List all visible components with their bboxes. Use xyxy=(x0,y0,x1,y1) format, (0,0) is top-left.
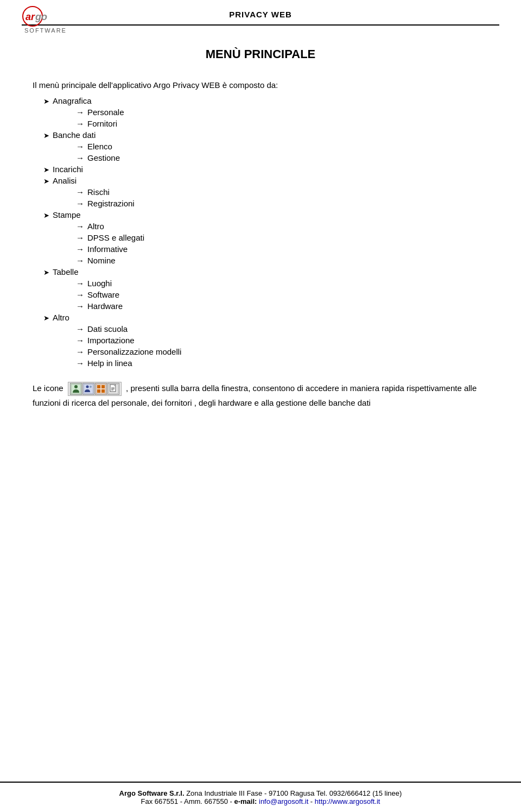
menu-label: Help in linea xyxy=(87,358,132,368)
footer-fax: Fax 667551 - Amm. 667550 - xyxy=(141,797,234,805)
menu-label: Software xyxy=(87,290,119,299)
footer-site-sep: - xyxy=(308,797,315,805)
list-item: → Luoghi xyxy=(33,279,488,288)
menu-label: DPSS e allegati xyxy=(87,233,144,242)
list-item: → Help in linea xyxy=(33,358,488,368)
list-item: ➤ Tabelle → Luoghi → Software xyxy=(33,267,488,311)
main-content: MENÙ PRINCIPALE Il menù principale dell'… xyxy=(0,26,521,421)
arrow-icon: → xyxy=(76,358,84,368)
intro-text: Il menù principale dell'applicativo Argo… xyxy=(33,80,488,90)
svg-rect-9 xyxy=(97,385,100,388)
arrow-icon: → xyxy=(76,199,84,208)
footer-site-link[interactable]: http://www.argosoft.it xyxy=(315,797,380,805)
list-item: → Personalizzazione modelli xyxy=(33,347,488,356)
list-item: → Gestione xyxy=(33,153,488,162)
toolbar-icons xyxy=(68,382,122,396)
list-item: ➤ Analisi → Rischi → Registrazioni xyxy=(33,176,488,208)
list-item: → Personale xyxy=(33,108,488,117)
svg-text:SOFTWARE: SOFTWARE xyxy=(24,27,67,34)
arrow-icon: → xyxy=(76,347,84,356)
arrow-icon: → xyxy=(76,290,84,299)
arrow-icon: → xyxy=(76,301,84,311)
list-item: ➤ Anagrafica → Personale → Fornitori xyxy=(33,96,488,128)
menu-label: Banche dati xyxy=(53,130,96,140)
list-item: ➤ Banche dati → Elenco → Gestione xyxy=(33,130,488,162)
menu-label: Personale xyxy=(87,108,124,117)
menu-label: Elenco xyxy=(87,142,112,151)
arrow-icon: ➤ xyxy=(43,177,49,185)
footer-email-link[interactable]: info@argosoft.it xyxy=(259,797,308,805)
menu-label: Altro xyxy=(53,313,69,322)
footer-line2: Fax 667551 - Amm. 667550 - e-mail: info@… xyxy=(22,797,499,805)
menu-label: Fornitori xyxy=(87,119,117,128)
menu-label: Importazione xyxy=(87,336,135,345)
svg-rect-11 xyxy=(97,389,100,393)
footer-company: Argo Software S.r.l. xyxy=(119,789,185,797)
footer: Argo Software S.r.l. Zona Industriale II… xyxy=(0,782,521,812)
menu-label: Informative xyxy=(87,244,128,254)
svg-rect-10 xyxy=(101,385,105,388)
menu-label: Dati scuola xyxy=(87,324,128,333)
grid-icon xyxy=(95,383,107,395)
arrow-icon: ➤ xyxy=(43,131,49,140)
menu-label: Hardware xyxy=(87,301,123,311)
arrow-icon: → xyxy=(76,222,84,231)
person2-icon xyxy=(82,383,94,395)
menu-label: Rischi xyxy=(87,187,110,197)
list-item: → DPSS e allegati xyxy=(33,233,488,242)
arrow-icon: → xyxy=(76,324,84,333)
footer-line1: Argo Software S.r.l. Zona Industriale II… xyxy=(22,789,499,797)
list-item: → Elenco xyxy=(33,142,488,151)
arrow-icon: ➤ xyxy=(43,268,49,276)
menu-list: ➤ Anagrafica → Personale → Fornitori xyxy=(33,96,488,368)
list-item: → Nomine xyxy=(33,256,488,265)
arrow-icon: → xyxy=(76,187,84,197)
bottom-text-prefix: Le icone xyxy=(33,383,66,393)
menu-label: Altro xyxy=(87,222,104,231)
arrow-icon: → xyxy=(76,153,84,162)
arrow-icon: → xyxy=(76,279,84,288)
header: ar go SOFTWARE PRIVACY WEB xyxy=(0,0,521,24)
menu-label: Luoghi xyxy=(87,279,112,288)
svg-point-4 xyxy=(74,385,78,388)
menu-label: Anagrafica xyxy=(53,96,92,105)
menu-label: Tabelle xyxy=(53,267,79,276)
person-icon xyxy=(70,383,82,395)
doc-icon xyxy=(107,383,119,395)
list-item: → Registrazioni xyxy=(33,199,488,208)
arrow-icon: ➤ xyxy=(43,166,49,174)
svg-point-7 xyxy=(90,386,92,388)
arrow-icon: ➤ xyxy=(43,97,49,105)
list-item: → Importazione xyxy=(33,336,488,345)
list-item: ➤ Stampe → Altro → DPSS e allegati xyxy=(33,210,488,265)
arrow-icon: → xyxy=(76,119,84,128)
footer-email-label: e-mail: xyxy=(234,797,259,805)
arrow-icon: → xyxy=(76,233,84,242)
page-header-title: PRIVACY WEB xyxy=(229,10,291,19)
list-item: → Fornitori xyxy=(33,119,488,128)
menu-label: Analisi xyxy=(53,176,77,185)
logo: ar go SOFTWARE xyxy=(22,5,71,35)
arrow-icon: ➤ xyxy=(43,211,49,219)
list-item: → Hardware xyxy=(33,301,488,311)
svg-text:go: go xyxy=(35,11,47,22)
menu-label: Stampe xyxy=(53,210,81,219)
svg-rect-8 xyxy=(84,384,93,394)
list-item: → Software xyxy=(33,290,488,299)
svg-rect-12 xyxy=(101,389,105,393)
list-item: → Dati scuola xyxy=(33,324,488,333)
page-title: MENÙ PRINCIPALE xyxy=(33,47,488,61)
svg-point-6 xyxy=(86,386,88,388)
menu-label: Registrazioni xyxy=(87,199,135,208)
list-item: → Altro xyxy=(33,222,488,231)
arrow-icon: → xyxy=(76,108,84,117)
arrow-icon: → xyxy=(76,256,84,265)
list-item: → Informative xyxy=(33,244,488,254)
list-item: → Rischi xyxy=(33,187,488,197)
arrow-icon: → xyxy=(76,244,84,254)
menu-label: Nomine xyxy=(87,256,116,265)
menu-label: Personalizzazione modelli xyxy=(87,347,181,356)
svg-text:ar: ar xyxy=(26,11,35,22)
arrow-icon: ➤ xyxy=(43,314,49,322)
menu-label: Incarichi xyxy=(53,165,83,174)
